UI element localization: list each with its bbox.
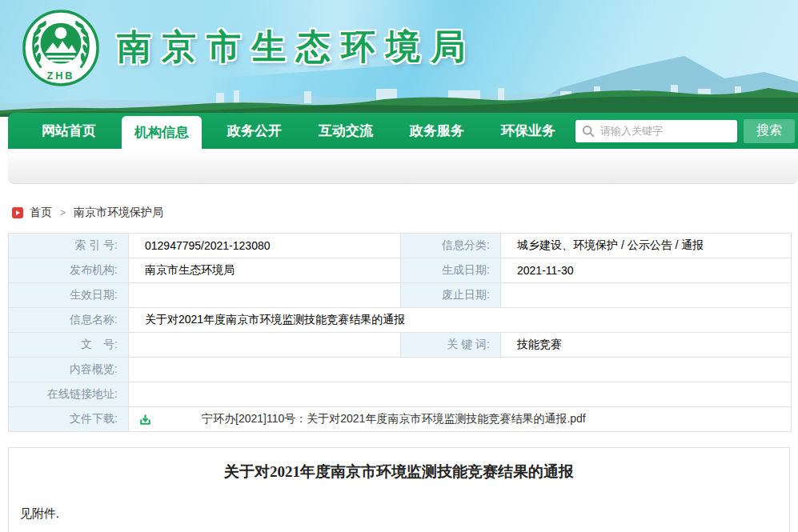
publisher-value: 南京市生态环境局 xyxy=(129,258,401,283)
nav-item-home[interactable]: 网站首页 xyxy=(29,113,109,149)
table-row: 发布机构: 南京市生态环境局 生成日期: 2021-11-30 xyxy=(9,258,792,283)
category-value: 城乡建设、环境保护 / 公示公告 / 通报 xyxy=(501,234,792,258)
table-row: 信息名称: 关于对2021年度南京市环境监测技能竞赛结果的通报 xyxy=(9,308,792,333)
nav-bar: 网站首页 机构信息 政务公开 互动交流 政务服务 环保业务 搜索 xyxy=(8,113,798,149)
site-title: 南京市生态环境局 xyxy=(117,24,475,70)
breadcrumb: 首页 > 南京市环境保护局 xyxy=(12,206,798,220)
download-label: 文件下载: xyxy=(9,407,129,432)
main-navigation: 网站首页 机构信息 政务公开 互动交流 政务服务 环保业务 搜索 xyxy=(8,113,798,184)
logo-text: ZHB xyxy=(47,70,75,82)
nav-item-gov-disclosure[interactable]: 政务公开 xyxy=(215,113,295,149)
nav-item-env-business[interactable]: 环保业务 xyxy=(488,113,568,149)
article-title: 关于对2021年度南京市环境监测技能竞赛结果的通报 xyxy=(20,462,778,482)
table-row: 生效日期: 废止日期: xyxy=(9,283,792,308)
document-meta-table: 索 引 号: 012947795/2021-123080 信息分类: 城乡建设、… xyxy=(8,233,792,432)
nav-item-gov-services[interactable]: 政务服务 xyxy=(397,113,477,149)
search-icon xyxy=(582,125,595,138)
table-row: 索 引 号: 012947795/2021-123080 信息分类: 城乡建设、… xyxy=(9,234,792,258)
table-row: 在线链接地址: xyxy=(9,382,792,407)
search-input[interactable] xyxy=(600,125,731,137)
search-button[interactable]: 搜索 xyxy=(744,119,795,143)
table-row: 内容概览: xyxy=(9,358,792,382)
effective-date-label: 生效日期: xyxy=(9,283,129,308)
keyword-label: 关 键 词: xyxy=(401,333,501,358)
summary-value xyxy=(129,358,792,382)
article-body: 见附件. xyxy=(20,506,778,522)
table-row: 文件下载: 宁环办[2021]110号：关于对2021年度南京市环境监测技能竞赛… xyxy=(9,407,792,432)
breadcrumb-marker-icon xyxy=(12,207,23,218)
table-row: 文 号: 关 键 词: 技能竞赛 xyxy=(9,333,792,358)
keyword-value: 技能竞赛 xyxy=(501,333,792,358)
publisher-label: 发布机构: xyxy=(9,258,129,283)
nav-sub-bar xyxy=(8,149,798,184)
breadcrumb-separator: > xyxy=(60,207,66,218)
abolished-date-value xyxy=(501,283,792,308)
online-link-label: 在线链接地址: xyxy=(9,382,129,407)
info-name-label: 信息名称: xyxy=(9,308,129,333)
created-date-label: 生成日期: xyxy=(401,258,501,283)
doc-number-value xyxy=(129,333,401,358)
index-number-label: 索 引 号: xyxy=(9,234,129,258)
download-file-link[interactable]: 宁环办[2021]110号：关于对2021年度南京市环境监测技能竞赛结果的通报.… xyxy=(202,412,586,426)
online-link-value xyxy=(129,382,792,407)
info-name-value: 关于对2021年度南京市环境监测技能竞赛结果的通报 xyxy=(129,308,792,333)
created-date-value: 2021-11-30 xyxy=(501,258,792,283)
search-zone: 搜索 xyxy=(575,113,798,149)
breadcrumb-current-link[interactable]: 南京市环境保护局 xyxy=(74,206,163,220)
nav-item-org-info[interactable]: 机构信息 xyxy=(122,116,202,149)
article-box: 关于对2021年度南京市环境监测技能竞赛结果的通报 见附件. xyxy=(8,447,790,532)
doc-number-label: 文 号: xyxy=(9,333,129,358)
index-number-value: 012947795/2021-123080 xyxy=(129,234,401,258)
abolished-date-label: 废止日期: xyxy=(401,283,501,308)
breadcrumb-home-link[interactable]: 首页 xyxy=(30,206,52,220)
summary-label: 内容概览: xyxy=(9,358,129,382)
search-box[interactable] xyxy=(575,120,737,142)
category-label: 信息分类: xyxy=(401,234,501,258)
nav-item-interaction[interactable]: 互动交流 xyxy=(306,113,386,149)
effective-date-value xyxy=(129,283,401,308)
bureau-logo-icon: ZHB xyxy=(22,9,100,87)
download-icon xyxy=(138,413,152,426)
site-banner: ZHB 南京市生态环境局 xyxy=(0,0,798,117)
